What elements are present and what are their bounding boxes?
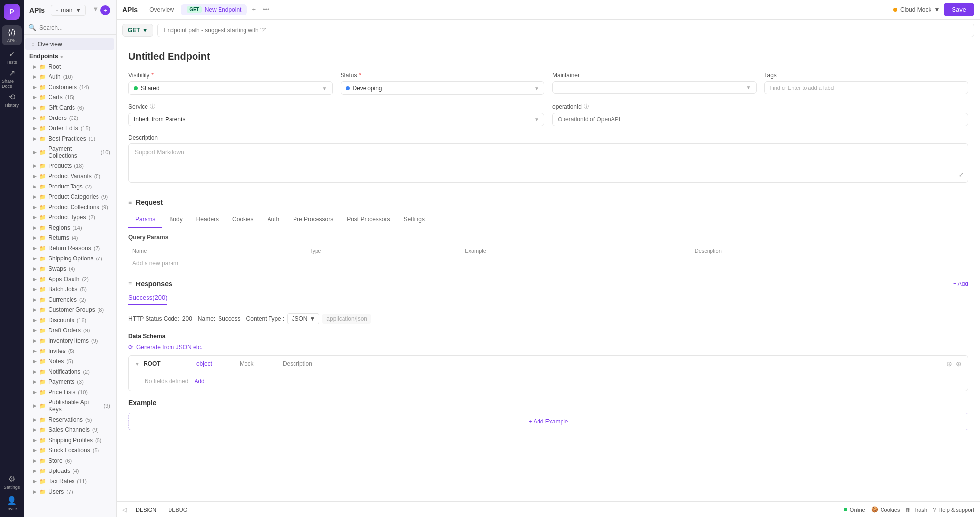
- schema-chevron-icon[interactable]: ▼: [135, 361, 140, 367]
- endpoint-group-users[interactable]: ▶ 📁 Users (7): [25, 487, 114, 496]
- url-input[interactable]: [157, 24, 974, 37]
- add-param-row[interactable]: Add a new param: [128, 257, 968, 270]
- endpoint-group-product-categories[interactable]: ▶ 📁 Product Categories (9): [25, 192, 114, 202]
- sidebar-item-settings[interactable]: ⚙ Settings: [2, 472, 22, 492]
- add-endpoint-icon[interactable]: +: [100, 5, 110, 15]
- endpoint-group-currencies[interactable]: ▶ 📁 Currencies (2): [25, 295, 114, 305]
- online-status[interactable]: Online: [844, 507, 865, 513]
- endpoint-group-stock-locations[interactable]: ▶ 📁 Stock Locations (5): [25, 446, 114, 455]
- response-tab-success[interactable]: Success(200): [128, 294, 167, 305]
- sidebar-item-share-docs[interactable]: ↗ Share Docs: [2, 69, 22, 88]
- schema-add-button[interactable]: ⊕: [946, 360, 952, 368]
- endpoint-group-best-practices[interactable]: ▶ 📁 Best Practices (1): [25, 134, 114, 143]
- endpoint-group-product-collections[interactable]: ▶ 📁 Product Collections (9): [25, 202, 114, 212]
- save-button[interactable]: Save: [944, 3, 974, 16]
- endpoint-group-order-edits[interactable]: ▶ 📁 Order Edits (15): [25, 123, 114, 133]
- endpoint-group-returns[interactable]: ▶ 📁 Returns (4): [25, 233, 114, 243]
- endpoint-group-tax-rates[interactable]: ▶ 📁 Tax Rates (11): [25, 476, 114, 486]
- endpoint-group-uploads[interactable]: ▶ 📁 Uploads (4): [25, 466, 114, 476]
- service-select[interactable]: Inherit from Parents ▼: [128, 113, 544, 126]
- endpoint-group-payments[interactable]: ▶ 📁 Payments (3): [25, 377, 114, 387]
- endpoint-group-products[interactable]: ▶ 📁 Products (18): [25, 161, 114, 171]
- group-label: Users: [49, 488, 64, 495]
- endpoint-group-root[interactable]: ▶ 📁 Root: [25, 62, 114, 71]
- endpoint-group-invites[interactable]: ▶ 📁 Invites (5): [25, 346, 114, 356]
- description-area[interactable]: Support Markdown ⤢: [128, 143, 968, 183]
- endpoint-group-gift-cards[interactable]: ▶ 📁 Gift Cards (6): [25, 103, 114, 113]
- request-section-icon: ≡: [128, 199, 132, 206]
- tab-post-processors[interactable]: Post Processors: [340, 212, 396, 228]
- sidebar-item-history[interactable]: ⟲ History: [2, 90, 22, 110]
- schema-root-type[interactable]: object: [196, 360, 236, 367]
- branch-selector[interactable]: ⑂ main ▼: [51, 5, 86, 16]
- filter-icon[interactable]: ▼: [92, 5, 98, 15]
- add-tab-button[interactable]: +: [248, 4, 260, 15]
- endpoint-group-product-tags[interactable]: ▶ 📁 Product Tags (2): [25, 182, 114, 191]
- content-type-select[interactable]: JSON ▼: [287, 313, 319, 324]
- endpoint-group-payment-collections[interactable]: ▶ 📁 Payment Collections (10): [25, 144, 114, 161]
- endpoint-group-price-lists[interactable]: ▶ 📁 Price Lists (10): [25, 387, 114, 397]
- overview-nav-item[interactable]: ○ Overview: [25, 38, 114, 50]
- endpoint-group-discounts[interactable]: ▶ 📁 Discounts (16): [25, 315, 114, 325]
- tab-params[interactable]: Params: [128, 212, 162, 228]
- tab-headers[interactable]: Headers: [190, 212, 225, 228]
- method-selector[interactable]: GET ▼: [122, 24, 153, 37]
- endpoint-group-orders[interactable]: ▶ 📁 Orders (32): [25, 113, 114, 123]
- help-link[interactable]: ? Help & support: [933, 507, 974, 513]
- endpoint-group-draft-orders[interactable]: ▶ 📁 Draft Orders (9): [25, 326, 114, 335]
- tab-auth[interactable]: Auth: [260, 212, 286, 228]
- tab-pre-processors[interactable]: Pre Processors: [286, 212, 340, 228]
- endpoint-group-product-types[interactable]: ▶ 📁 Product Types (2): [25, 212, 114, 222]
- endpoint-group-notifications[interactable]: ▶ 📁 Notifications (2): [25, 367, 114, 376]
- add-field-link[interactable]: Add: [194, 378, 204, 385]
- endpoint-group-carts[interactable]: ▶ 📁 Carts (15): [25, 93, 114, 102]
- operation-id-input[interactable]: [552, 113, 968, 126]
- endpoint-group-inventory-items[interactable]: ▶ 📁 Inventory Items (9): [25, 336, 114, 346]
- tab-overview[interactable]: Overview: [144, 4, 180, 15]
- bottom-tab-design[interactable]: DESIGN: [133, 506, 159, 514]
- search-input[interactable]: [39, 24, 113, 31]
- visibility-select[interactable]: Shared ▼: [128, 81, 333, 95]
- sidebar-item-invite[interactable]: 👤 Invite: [2, 494, 22, 513]
- add-example-button[interactable]: + Add Example: [128, 413, 968, 430]
- schema-settings-button[interactable]: ⊕: [956, 360, 962, 368]
- chevron-icon: ▶: [33, 126, 37, 131]
- collapse-icon[interactable]: ◁: [122, 506, 127, 513]
- status-select[interactable]: Developing ▼: [341, 81, 545, 95]
- endpoint-group-publishable-api-keys[interactable]: ▶ 📁 Publishable Api Keys (9): [25, 398, 114, 414]
- tab-cookies[interactable]: Cookies: [225, 212, 260, 228]
- service-value: Inherit from Parents: [134, 116, 185, 123]
- endpoint-group-store[interactable]: ▶ 📁 Store (6): [25, 456, 114, 466]
- generate-json-button[interactable]: ⟳ Generate from JSON etc.: [128, 344, 968, 351]
- bottom-tab-debug[interactable]: DEBUG: [165, 506, 190, 514]
- endpoint-group-return-reasons[interactable]: ▶ 📁 Return Reasons (7): [25, 243, 114, 253]
- endpoint-group-batch-jobs[interactable]: ▶ 📁 Batch Jobs (5): [25, 284, 114, 294]
- tags-input[interactable]: Find or Enter to add a label: [764, 81, 969, 94]
- expand-icon[interactable]: ⤢: [959, 171, 964, 178]
- endpoint-group-product-variants[interactable]: ▶ 📁 Product Variants (5): [25, 171, 114, 181]
- cookies-link[interactable]: 🍪 Cookies: [871, 506, 900, 513]
- tab-new-endpoint[interactable]: GET New Endpoint: [181, 4, 247, 15]
- trash-link[interactable]: 🗑 Trash: [906, 507, 927, 513]
- endpoint-group-customers[interactable]: ▶ 📁 Customers (14): [25, 82, 114, 92]
- endpoint-group-sales-channels[interactable]: ▶ 📁 Sales Channels (9): [25, 425, 114, 435]
- tab-settings[interactable]: Settings: [397, 212, 432, 228]
- endpoint-group-auth[interactable]: ▶ 📁 Auth (10): [25, 72, 114, 82]
- add-response-button[interactable]: + Add: [953, 281, 968, 287]
- endpoint-group-shipping-profiles[interactable]: ▶ 📁 Shipping Profiles (5): [25, 435, 114, 445]
- cloud-mock-button[interactable]: Cloud Mock ▼: [893, 6, 940, 13]
- endpoint-group-shipping-options[interactable]: ▶ 📁 Shipping Options (7): [25, 254, 114, 263]
- endpoint-group-apps-oauth[interactable]: ▶ 📁 Apps Oauth (2): [25, 274, 114, 284]
- endpoints-expand-icon[interactable]: ●: [60, 54, 63, 59]
- sidebar-item-apis[interactable]: ⟨/⟩ APIs: [2, 25, 22, 45]
- endpoint-group-reservations[interactable]: ▶ 📁 Reservations (5): [25, 415, 114, 424]
- tab-body[interactable]: Body: [162, 212, 189, 228]
- endpoint-group-swaps[interactable]: ▶ 📁 Swaps (4): [25, 264, 114, 274]
- endpoint-group-notes[interactable]: ▶ 📁 Notes (5): [25, 356, 114, 366]
- endpoint-group-regions[interactable]: ▶ 📁 Regions (14): [25, 223, 114, 233]
- more-tabs-button[interactable]: •••: [261, 4, 271, 15]
- sidebar-item-tests[interactable]: ✓ Tests: [2, 47, 22, 67]
- maintainer-select[interactable]: ▼: [552, 81, 757, 94]
- endpoint-group-customer-groups[interactable]: ▶ 📁 Customer Groups (8): [25, 305, 114, 315]
- folder-icon: 📁: [39, 214, 46, 221]
